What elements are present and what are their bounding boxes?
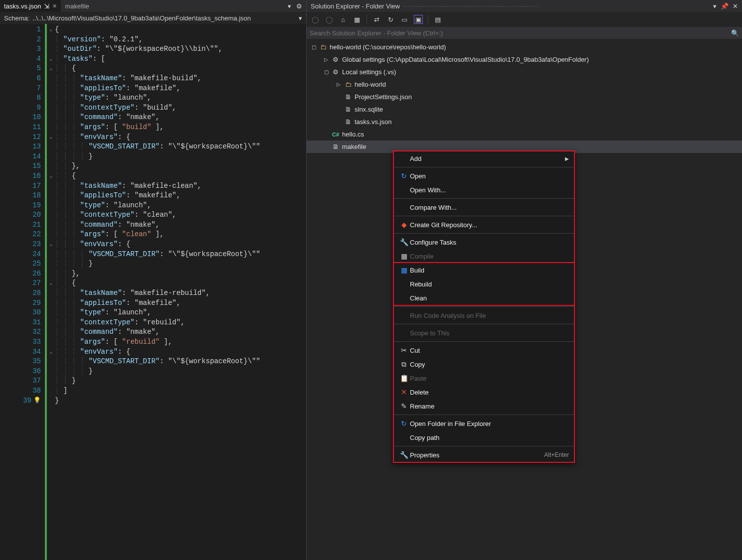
fold-marker[interactable] (47, 327, 55, 337)
menu-item-open-folder-in-file-explorer[interactable]: ↻Open Folder in File Explorer (394, 417, 574, 430)
menu-item-open[interactable]: ↻Open (394, 169, 574, 183)
fold-marker[interactable]: ⌄ (47, 133, 55, 142)
code-line[interactable]: ┊ ┊ ┊ ┊ "VSCMD_START_DIR": "\"${workspac… (55, 250, 306, 260)
fold-marker[interactable]: ⌄ (47, 347, 55, 357)
code-line[interactable]: ┊ ┊ }, (55, 269, 306, 279)
menu-item-open-with[interactable]: Open With... (394, 183, 574, 197)
fold-marker[interactable] (47, 103, 55, 113)
fold-marker[interactable]: ⌄ (47, 240, 55, 250)
code-line[interactable]: ┊ ┊ { (55, 279, 306, 288)
fold-marker[interactable]: ⌄ (47, 25, 55, 35)
expand-arrow-icon[interactable]: ▢ (323, 69, 329, 75)
code-line[interactable]: ┊ ┊ ┊ ┊ } (55, 367, 306, 377)
menu-item-rebuild[interactable]: Rebuild (394, 277, 574, 291)
fold-marker[interactable] (47, 181, 55, 191)
fold-marker[interactable] (47, 318, 55, 328)
fold-marker[interactable] (47, 337, 55, 347)
code-line[interactable]: ┊ ┊ ┊ "appliesTo": "makefile", (55, 298, 306, 308)
code-line[interactable]: ┊ ┊ ┊ ┊ "VSCMD_START_DIR": "\"${workspac… (55, 357, 306, 367)
code-line[interactable]: ┊ "version": "0.2.1", (55, 35, 306, 45)
menu-item-create-git-repository[interactable]: ◆Create Git Repository... (394, 218, 574, 232)
code-line[interactable]: ┊ ┊ ┊ "contextType": "clean", (55, 210, 306, 220)
chevron-down-icon[interactable]: ▾ (299, 14, 302, 22)
fold-marker[interactable] (47, 191, 55, 201)
fold-marker[interactable] (47, 357, 55, 367)
code-line[interactable]: ┊ "outDir": "\"${workspaceRoot}\\bin\"", (55, 44, 306, 54)
tab-tasks-vs-json[interactable]: tasks.vs.json ⇲ ✕ (0, 0, 61, 12)
code-line[interactable]: ┊ ┊ { (55, 171, 306, 181)
code-line[interactable]: ┊ ┊ ┊ "args": [ "rebuild" ], (55, 337, 306, 347)
menu-item-configure-tasks[interactable]: 🔧Configure Tasks (394, 235, 574, 249)
collapse-all-icon[interactable]: ▭ (400, 15, 409, 24)
fold-marker[interactable] (47, 308, 55, 318)
fold-marker[interactable]: ⌄ (47, 279, 55, 288)
fold-marker[interactable]: ⌄ (47, 64, 55, 74)
fold-marker[interactable] (47, 220, 55, 230)
fold-marker[interactable]: ⌄ (47, 171, 55, 181)
code-line[interactable]: ┊ ┊ { (55, 64, 306, 74)
fold-marker[interactable] (47, 259, 55, 269)
code-line[interactable]: ┊ ┊ }, (55, 161, 306, 171)
fold-marker[interactable] (47, 396, 55, 406)
menu-item-delete[interactable]: ✕Delete (394, 385, 574, 399)
code-line[interactable]: ┊ ┊ ┊ "type": "launch", (55, 93, 306, 103)
fold-marker[interactable] (47, 113, 55, 123)
properties-icon[interactable]: ▤ (433, 15, 442, 24)
gear-icon[interactable]: ⚙ (296, 2, 302, 10)
menu-item-properties[interactable]: 🔧PropertiesAlt+Enter (394, 448, 574, 462)
menu-item-add[interactable]: Add▶ (394, 151, 574, 165)
forward-icon[interactable]: ◯ (325, 15, 334, 24)
tree-row[interactable]: 🗎ProjectSettings.json (307, 91, 742, 103)
search-input[interactable] (310, 29, 731, 37)
tree-row[interactable]: ▢⚙Local settings (.vs) (307, 66, 742, 78)
sync-icon[interactable]: ⇄ (372, 15, 381, 24)
chevron-down-icon[interactable]: ▾ (288, 2, 291, 10)
fold-marker[interactable] (47, 142, 55, 152)
fold-marker[interactable] (47, 84, 55, 94)
fold-marker[interactable] (47, 250, 55, 260)
code-line[interactable]: ┊ ┊ ┊ "taskName": "makefile-rebuild", (55, 288, 306, 298)
code-line[interactable]: ┊ "tasks": [ (55, 54, 306, 64)
menu-item-copy[interactable]: ⧉Copy (394, 357, 574, 371)
code-line[interactable]: ┊ ┊ ┊ "contextType": "build", (55, 103, 306, 113)
menu-item-compare-with[interactable]: Compare With... (394, 200, 574, 214)
close-icon[interactable]: ✕ (733, 2, 738, 10)
back-icon[interactable]: ◯ (311, 15, 320, 24)
fold-marker[interactable] (47, 376, 55, 386)
code-line[interactable]: ┊ ┊ ┊ "envVars": { (55, 240, 306, 250)
code-line[interactable]: ┊ ┊ ┊ "command": "nmake", (55, 220, 306, 230)
menu-item-clean[interactable]: Clean (394, 291, 574, 305)
tree-row[interactable]: 🗎tasks.vs.json (307, 116, 742, 128)
fold-marker[interactable] (47, 210, 55, 220)
fold-marker[interactable] (47, 230, 55, 240)
code-line[interactable]: ┊ ] (55, 386, 306, 396)
code-line[interactable]: ┊ ┊ ┊ "contextType": "rebuild", (55, 318, 306, 328)
code-line[interactable]: } (55, 396, 306, 406)
refresh-icon[interactable]: ↻ (386, 15, 395, 24)
search-icon[interactable]: 🔍 (731, 29, 739, 37)
fold-marker[interactable] (47, 35, 55, 45)
fold-marker[interactable] (47, 152, 55, 162)
code-line[interactable]: ┊ ┊ ┊ ┊ "VSCMD_START_DIR": "\"${workspac… (55, 142, 306, 152)
fold-marker[interactable] (47, 269, 55, 279)
code-line[interactable]: ┊ ┊ ┊ "command": "nmake", (55, 113, 306, 123)
expand-arrow-icon[interactable]: ▷ (323, 57, 329, 62)
code-line[interactable]: ┊ ┊ ┊ "type": "launch", (55, 308, 306, 318)
tab-makefile[interactable]: makefile (61, 0, 93, 12)
code-line[interactable]: ┊ ┊ ┊ "args": [ "build" ], (55, 123, 306, 133)
code-line[interactable]: ┊ ┊ ┊ ┊ } (55, 152, 306, 162)
code-line[interactable]: ┊ ┊ ┊ "envVars": { (55, 347, 306, 357)
fold-marker[interactable] (47, 386, 55, 396)
schema-value[interactable]: ..\..\..\Microsoft\VisualStudio\17.0_9ba… (32, 14, 296, 22)
fold-marker[interactable] (47, 161, 55, 171)
close-icon[interactable]: ✕ (52, 3, 57, 9)
code-line[interactable]: ┊ ┊ ┊ "taskName": "makefile-clean", (55, 181, 306, 191)
code-line[interactable]: ┊ ┊ } (55, 376, 306, 386)
code-line[interactable]: ┊ ┊ ┊ "type": "launch", (55, 201, 306, 211)
fold-marker[interactable] (47, 288, 55, 298)
switch-views-icon[interactable]: ▦ (353, 15, 362, 24)
explorer-search[interactable]: 🔍 (307, 27, 742, 39)
menu-item-copy-path[interactable]: Copy path (394, 430, 574, 444)
fold-marker[interactable] (47, 298, 55, 308)
pin-icon[interactable]: 📌 (721, 2, 729, 10)
